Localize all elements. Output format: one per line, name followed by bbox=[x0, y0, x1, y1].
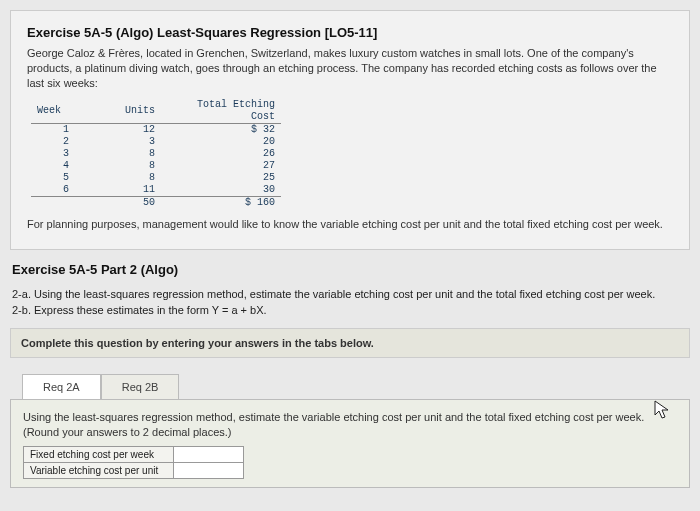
tab-req-2b[interactable]: Req 2B bbox=[101, 374, 180, 399]
table-row: 3826 bbox=[31, 148, 281, 160]
table-row: 112$ 32 bbox=[31, 123, 281, 136]
exercise-card: Exercise 5A-5 (Algo) Least-Squares Regre… bbox=[10, 10, 690, 250]
data-table-wrap: Week Units Total Etching Cost 112$ 32 23… bbox=[31, 99, 673, 209]
table-row: 4827 bbox=[31, 160, 281, 172]
exercise-title: Exercise 5A-5 (Algo) Least-Squares Regre… bbox=[27, 25, 673, 40]
variable-cost-label: Variable etching cost per unit bbox=[24, 462, 174, 478]
exercise-intro: George Caloz & Frères, located in Grench… bbox=[27, 46, 673, 91]
answer-panel: Using the least-squares regression metho… bbox=[10, 399, 690, 488]
table-row: 5825 bbox=[31, 172, 281, 184]
table-total-row: 50 $ 160 bbox=[31, 196, 281, 209]
col-cost: Total Etching Cost bbox=[161, 99, 281, 124]
q2b: 2-b. Express these estimates in the form… bbox=[12, 303, 688, 318]
q2a: 2-a. Using the least-squares regression … bbox=[12, 287, 688, 302]
tabs: Req 2A Req 2B bbox=[22, 374, 690, 399]
answer-table: Fixed etching cost per week Variable etc… bbox=[23, 446, 244, 479]
part2-questions: 2-a. Using the least-squares regression … bbox=[12, 287, 688, 318]
panel-text: Using the least-squares regression metho… bbox=[23, 410, 677, 440]
table-row: 61130 bbox=[31, 184, 281, 197]
tab-req-2a[interactable]: Req 2A bbox=[22, 374, 101, 399]
variable-cost-input[interactable] bbox=[174, 462, 244, 478]
data-table: Week Units Total Etching Cost 112$ 32 23… bbox=[31, 99, 281, 209]
col-week: Week bbox=[31, 99, 101, 124]
fixed-cost-input[interactable] bbox=[174, 446, 244, 462]
fixed-cost-label: Fixed etching cost per week bbox=[24, 446, 174, 462]
complete-instruction: Complete this question by entering your … bbox=[10, 328, 690, 358]
part2-title: Exercise 5A-5 Part 2 (Algo) bbox=[12, 262, 690, 277]
col-units: Units bbox=[101, 99, 161, 124]
table-row: 2320 bbox=[31, 136, 281, 148]
exercise-closing: For planning purposes, management would … bbox=[27, 217, 673, 232]
